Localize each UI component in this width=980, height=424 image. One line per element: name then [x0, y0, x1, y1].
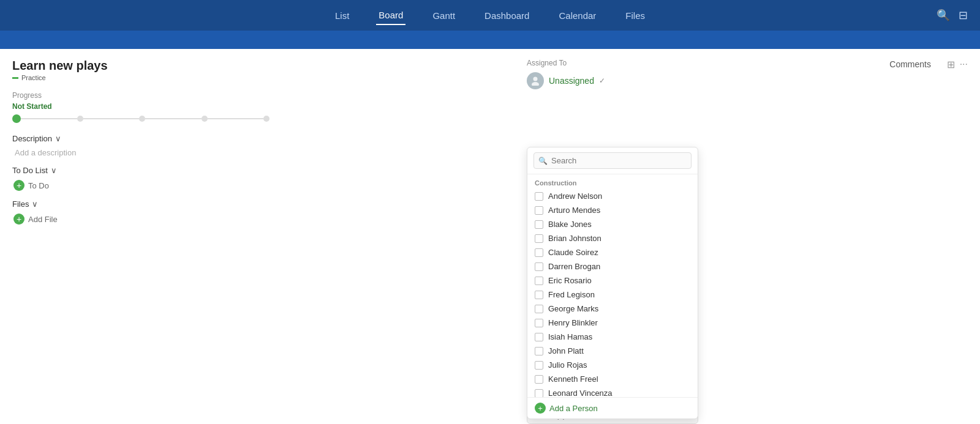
group-label: Construction	[527, 174, 698, 189]
files-section[interactable]: Files ∨	[12, 199, 968, 209]
description-chevron: ∨	[55, 134, 61, 143]
list-item[interactable]: Darren Brogan	[527, 259, 698, 273]
person-name-0: Andrew Nelson	[548, 192, 602, 201]
person-name-2: Blake Jones	[548, 220, 592, 229]
person-checkbox-11[interactable]	[535, 347, 543, 355]
person-name-10: Isiah Hamas	[548, 332, 592, 341]
progress-line-3	[145, 118, 202, 119]
assigned-check-icon: ✓	[599, 76, 605, 85]
progress-line-1	[21, 118, 77, 119]
top-nav: List Board Gantt Dashboard Calendar File…	[0, 0, 980, 31]
svg-point-1	[532, 82, 539, 86]
tab-files[interactable]: Files	[623, 7, 647, 24]
person-checkbox-13[interactable]	[535, 375, 543, 384]
comments-label: Comments	[889, 59, 931, 69]
filter-icon[interactable]: ⊟	[959, 9, 968, 22]
tag-bar-icon	[12, 77, 18, 79]
description-label: Description	[12, 134, 52, 143]
search-box: 🔍	[527, 147, 698, 174]
list-item[interactable]: Fred Legison	[527, 288, 698, 302]
tab-gantt[interactable]: Gantt	[430, 7, 458, 24]
progress-dot-4	[202, 116, 208, 122]
list-item[interactable]: Brian Johnston	[527, 231, 698, 245]
person-name-7: Fred Legison	[548, 290, 595, 299]
assigned-user-name: Unassigned	[549, 76, 594, 86]
grid-icon[interactable]: ⊞	[947, 59, 955, 70]
list-item[interactable]: John Platt	[527, 344, 698, 358]
description-placeholder: Add a description	[15, 148, 76, 157]
assignee-dropdown: 🔍 Construction Andrew Nelson Arturo Mend…	[527, 147, 698, 419]
tab-dashboard[interactable]: Dashboard	[482, 7, 532, 24]
todo-chevron: ∨	[51, 166, 57, 175]
person-name-4: Claude Soirez	[548, 248, 598, 257]
progress-bar	[12, 114, 270, 123]
todo-item: To Do	[28, 181, 49, 190]
list-item[interactable]: Arturo Mendes	[527, 203, 698, 217]
list-item[interactable]: Leonard Vincenza	[527, 386, 698, 397]
assigned-user-row[interactable]: Unassigned ✓	[527, 72, 692, 89]
list-item[interactable]: Julio Rojas	[527, 358, 698, 372]
person-name-12: Julio Rojas	[548, 360, 587, 370]
comments-section: Comments	[889, 59, 931, 70]
progress-dot-2	[77, 116, 83, 122]
list-item[interactable]: Henry Blinkler	[527, 316, 698, 330]
user-avatar	[527, 72, 544, 89]
todo-section[interactable]: To Do List ∨	[12, 166, 968, 175]
tab-calendar[interactable]: Calendar	[556, 7, 598, 24]
files-chevron: ∨	[32, 199, 38, 209]
files-add-row[interactable]: + Add File	[13, 214, 968, 225]
person-checkbox-14[interactable]	[535, 389, 543, 398]
list-item[interactable]: Eric Rosario	[527, 273, 698, 288]
person-checkbox-0[interactable]	[535, 192, 543, 201]
person-checkbox-2[interactable]	[535, 220, 543, 229]
list-item[interactable]: Andrew Nelson	[527, 189, 698, 203]
add-todo-icon[interactable]: +	[13, 180, 24, 191]
progress-dot-3	[139, 116, 145, 122]
search-wrapper: 🔍	[533, 152, 692, 169]
add-file-label: Add File	[28, 215, 58, 224]
nav-tabs: List Board Gantt Dashboard Calendar File…	[333, 6, 647, 25]
person-checkbox-9[interactable]	[535, 319, 543, 327]
nav-icon-group: 🔍 ⊟	[937, 9, 968, 22]
person-name-11: John Platt	[548, 346, 584, 355]
person-name-6: Eric Rosario	[548, 276, 592, 285]
page-tag: Practice	[12, 74, 968, 81]
tag-label: Practice	[21, 74, 46, 81]
person-checkbox-4[interactable]	[535, 248, 543, 257]
person-checkbox-8[interactable]	[535, 305, 543, 313]
search-icon-inner: 🔍	[538, 157, 548, 165]
person-checkbox-12[interactable]	[535, 361, 543, 370]
search-icon[interactable]: 🔍	[937, 9, 950, 22]
progress-label: Progress	[12, 91, 968, 100]
description-section[interactable]: Description ∨	[12, 134, 968, 143]
add-person-label: Add a Person	[549, 404, 598, 413]
person-checkbox-7[interactable]	[535, 291, 543, 299]
add-person-icon: +	[535, 403, 546, 414]
tab-board[interactable]: Board	[376, 6, 405, 25]
todo-add-row[interactable]: + To Do	[13, 180, 968, 191]
list-item[interactable]: Claude Soirez	[527, 245, 698, 259]
progress-line-2	[83, 118, 140, 119]
person-name-13: Kenneth Freel	[548, 374, 598, 384]
person-name-14: Leonard Vincenza	[548, 389, 612, 397]
list-item[interactable]: Blake Jones	[527, 217, 698, 231]
add-person-footer[interactable]: + Add a Person	[527, 397, 698, 418]
progress-status: Not Started	[12, 102, 968, 111]
search-input[interactable]	[533, 152, 692, 169]
person-name-3: Brian Johnston	[548, 234, 601, 243]
list-item[interactable]: George Marks	[527, 302, 698, 316]
list-item[interactable]: Kenneth Freel	[527, 372, 698, 386]
person-checkbox-3[interactable]	[535, 234, 543, 243]
person-checkbox-5[interactable]	[535, 262, 543, 271]
add-file-icon[interactable]: +	[13, 214, 24, 225]
assigned-to-label: Assigned To	[527, 59, 692, 67]
progress-dot-end	[263, 116, 270, 122]
person-checkbox-6[interactable]	[535, 277, 543, 285]
person-checkbox-1[interactable]	[535, 206, 543, 215]
more-icon[interactable]: ···	[960, 59, 968, 70]
main-content: Learn new plays Practice ⊞ ··· Progress …	[0, 49, 980, 424]
person-name-5: Darren Brogan	[548, 262, 600, 271]
tab-list[interactable]: List	[333, 7, 352, 24]
person-checkbox-10[interactable]	[535, 333, 543, 341]
list-item[interactable]: Isiah Hamas	[527, 330, 698, 344]
